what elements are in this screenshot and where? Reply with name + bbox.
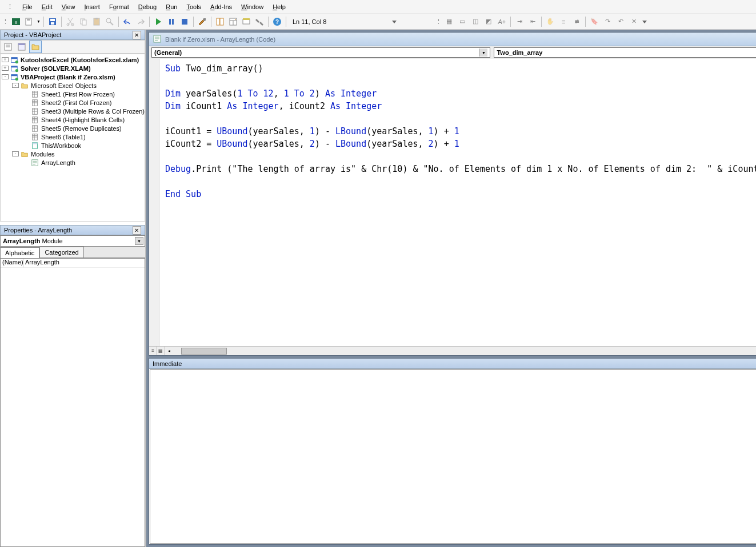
tree-item[interactable]: ArrayLength <box>1 158 145 167</box>
code-margin[interactable] <box>149 59 159 346</box>
tree-item[interactable]: -VBAProject (Blank if Zero.xlsm) <box>1 73 145 81</box>
properties-panel-close[interactable]: ✕ <box>133 226 141 235</box>
menu-insert[interactable]: Insert <box>79 2 105 12</box>
menu-format[interactable]: Format <box>105 2 134 12</box>
parameter-info-icon[interactable]: ◩ <box>483 16 494 27</box>
tree-item[interactable]: +KutoolsforExcel (KutoolsforExcel.xlam) <box>1 55 145 64</box>
menu-debug[interactable]: Debug <box>134 2 161 12</box>
tree-item[interactable]: -Modules <box>1 150 145 158</box>
menu-view[interactable]: View <box>57 2 80 12</box>
tab-categorized[interactable]: Categorized <box>39 247 83 258</box>
help-icon[interactable]: ? <box>271 16 283 27</box>
properties-panel-header: Properties - ArrayLength ✕ <box>0 225 145 235</box>
reset-icon[interactable] <box>179 16 190 27</box>
chevron-down-icon[interactable]: ▼ <box>135 237 143 245</box>
full-module-view-icon[interactable]: ▤ <box>157 347 165 355</box>
breakpoint-icon[interactable]: ✋ <box>545 16 556 27</box>
object-dropdown[interactable]: (General)▼ <box>151 47 490 58</box>
comment-block-icon[interactable]: ≡ <box>558 16 569 27</box>
cut-icon[interactable] <box>65 16 76 27</box>
tree-item[interactable]: Sheet2 (First Col Frozen) <box>1 98 145 107</box>
menu-help[interactable]: Help <box>268 2 290 12</box>
menu-tools[interactable]: Tools <box>182 2 206 12</box>
tree-item[interactable]: -Microsoft Excel Objects <box>1 81 145 90</box>
properties-object-selector[interactable]: ArrayLength Module ▼ <box>0 235 145 247</box>
svg-rect-16 <box>169 19 171 25</box>
insert-module-icon[interactable] <box>23 16 35 27</box>
design-mode-icon[interactable] <box>197 16 208 27</box>
svg-rect-25 <box>243 19 250 24</box>
svg-rect-68 <box>33 142 38 144</box>
list-properties-icon[interactable]: ▦ <box>443 16 455 27</box>
outdent-icon[interactable]: ⇤ <box>527 16 538 27</box>
code-window-title: Blank if Zero.xlsm - ArrayLength (Code) <box>165 36 756 43</box>
run-icon[interactable] <box>153 16 164 27</box>
procedure-view-icon[interactable]: ≡ <box>149 347 157 355</box>
horizontal-scrollbar[interactable] <box>173 347 756 355</box>
view-object-icon[interactable] <box>15 41 28 53</box>
project-panel-close[interactable]: ✕ <box>133 31 141 39</box>
menu-file[interactable]: File <box>18 2 37 12</box>
view-code-icon[interactable] <box>2 41 14 53</box>
tree-item[interactable]: Sheet3 (Multiple Rows & Col Frozen) <box>1 107 145 115</box>
menu-window[interactable]: Window <box>237 2 268 12</box>
tree-item[interactable]: ThisWorkbook <box>1 141 145 150</box>
list-constants-icon[interactable]: ▭ <box>457 16 468 27</box>
toolbox-icon[interactable] <box>254 16 265 27</box>
project-panel-title: Project - VBAProject <box>4 31 61 38</box>
property-value[interactable]: ArrayLength <box>23 259 145 268</box>
procedure-dropdown[interactable]: Two_dim_array▼ <box>494 47 756 58</box>
properties-grid[interactable]: (Name) ArrayLength <box>0 258 145 547</box>
svg-text:x: x <box>15 19 18 25</box>
paste-icon[interactable] <box>91 16 102 27</box>
indent-icon[interactable]: ⇥ <box>514 16 525 27</box>
complete-word-icon[interactable]: A+ <box>496 16 507 27</box>
menu-bar: ⋮ File Edit View Insert Format Debug Run… <box>0 0 756 14</box>
tree-item[interactable]: Sheet5 (Remove Duplicates) <box>1 124 145 132</box>
svg-rect-6 <box>50 19 55 21</box>
excel-icon[interactable]: x <box>10 16 22 27</box>
svg-point-8 <box>67 23 69 26</box>
scroll-left-icon[interactable]: ◂ <box>165 347 173 355</box>
immediate-window-header[interactable]: Immediate ✕ <box>149 359 756 369</box>
break-icon[interactable] <box>166 16 177 27</box>
code-window-titlebar[interactable]: Blank if Zero.xlsm - ArrayLength (Code) … <box>149 33 756 46</box>
bookmark-clear-icon[interactable]: ✕ <box>628 16 639 27</box>
object-browser-icon[interactable] <box>241 16 252 27</box>
svg-rect-4 <box>27 21 30 21</box>
menu-addins[interactable]: Add-Ins <box>206 2 237 12</box>
quick-info-icon[interactable]: ◫ <box>470 16 481 27</box>
chevron-down-icon[interactable]: ▼ <box>479 49 487 57</box>
svg-rect-19 <box>203 18 206 21</box>
bookmark-prev-icon[interactable]: ↶ <box>615 16 626 27</box>
tab-alphabetic[interactable]: Alphabetic <box>0 247 39 258</box>
save-icon[interactable] <box>47 16 58 27</box>
redo-icon[interactable] <box>135 16 146 27</box>
properties-panel-title: Properties - ArrayLength <box>4 227 72 234</box>
tree-item[interactable]: Sheet1 (First Row Frozen) <box>1 90 145 98</box>
project-explorer-icon[interactable] <box>214 16 226 27</box>
tree-item[interactable]: Sheet4 (Highlight Blank Cells) <box>1 115 145 124</box>
toggle-folders-icon[interactable] <box>29 41 42 53</box>
immediate-text-area[interactable] <box>150 369 756 544</box>
undo-icon[interactable] <box>122 16 133 27</box>
menu-run[interactable]: Run <box>161 2 182 12</box>
bookmark-next-icon[interactable]: ↷ <box>602 16 613 27</box>
tree-item[interactable]: +Solver (SOLVER.XLAM) <box>1 64 145 73</box>
svg-point-14 <box>106 18 111 23</box>
copy-icon[interactable] <box>78 16 89 27</box>
code-window-footer: ≡ ▤ ◂ ▸ <box>149 346 756 355</box>
svg-rect-38 <box>11 66 18 67</box>
property-row: (Name) ArrayLength <box>1 259 145 268</box>
menu-edit[interactable]: Edit <box>37 2 57 12</box>
module-icon <box>153 34 162 45</box>
properties-window-icon[interactable] <box>227 16 239 27</box>
svg-rect-21 <box>220 18 223 25</box>
tree-item[interactable]: Sheet6 (Table1) <box>1 132 145 141</box>
project-tree[interactable]: +KutoolsforExcel (KutoolsforExcel.xlam)+… <box>0 54 145 222</box>
bookmark-toggle-icon[interactable]: 🔖 <box>589 16 600 27</box>
uncomment-block-icon[interactable]: ≢ <box>571 16 582 27</box>
code-editor[interactable]: Sub Two_dim_array() Dim yearSales(1 To 1… <box>159 59 756 346</box>
svg-rect-11 <box>82 20 86 25</box>
find-icon[interactable] <box>104 16 115 27</box>
